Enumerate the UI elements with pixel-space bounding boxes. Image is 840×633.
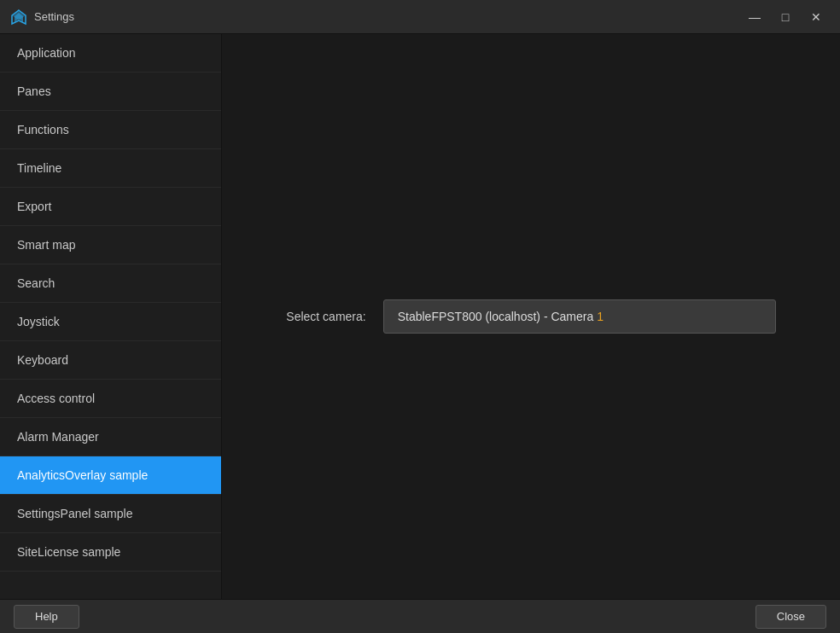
window-controls: — □ ✕ xyxy=(741,7,830,27)
sidebar-item-alarm-manager[interactable]: Alarm Manager xyxy=(0,418,221,456)
minimize-button[interactable]: — xyxy=(741,7,768,27)
camera-dropdown-text: StableFPST800 (localhost) - Camera 1 xyxy=(398,310,761,323)
sidebar-item-keyboard[interactable]: Keyboard xyxy=(0,341,221,380)
sidebar-item-application[interactable]: Application xyxy=(0,34,221,73)
sidebar-item-functions[interactable]: Functions xyxy=(0,111,221,149)
app-icon xyxy=(10,9,27,26)
sidebar-item-smart-map[interactable]: Smart map xyxy=(0,226,221,264)
window-title: Settings xyxy=(34,10,741,23)
camera-dropdown[interactable]: StableFPST800 (localhost) - Camera 1 xyxy=(383,299,776,334)
window-close-button[interactable]: ✕ xyxy=(802,7,830,27)
camera-value-highlight: 1 xyxy=(597,310,604,323)
camera-select-row: Select camera: StableFPST800 (localhost)… xyxy=(286,299,775,334)
sidebar-item-site-license[interactable]: SiteLicense sample xyxy=(0,533,221,572)
sidebar: ApplicationPanesFunctionsTimelineExportS… xyxy=(0,34,222,599)
sidebar-item-export[interactable]: Export xyxy=(0,188,221,226)
camera-value-prefix: StableFPST800 (localhost) - Camera xyxy=(398,310,597,323)
main-layout: ApplicationPanesFunctionsTimelineExportS… xyxy=(0,34,840,599)
footer: Help Close xyxy=(0,599,840,633)
sidebar-item-panes[interactable]: Panes xyxy=(0,73,221,111)
sidebar-item-settings-panel[interactable]: SettingsPanel sample xyxy=(0,495,221,533)
sidebar-item-analytics-overlay[interactable]: AnalyticsOverlay sample xyxy=(0,456,221,495)
svg-marker-2 xyxy=(12,10,26,20)
sidebar-item-search[interactable]: Search xyxy=(0,264,221,303)
content-area: Select camera: StableFPST800 (localhost)… xyxy=(222,34,840,599)
sidebar-item-timeline[interactable]: Timeline xyxy=(0,149,221,188)
titlebar: Settings — □ ✕ xyxy=(0,0,840,34)
sidebar-item-access-control[interactable]: Access control xyxy=(0,380,221,418)
close-button[interactable]: Close xyxy=(755,605,826,629)
maximize-button[interactable]: □ xyxy=(772,7,799,27)
camera-label: Select camera: xyxy=(286,310,365,323)
help-button[interactable]: Help xyxy=(14,605,79,629)
sidebar-item-joystick[interactable]: Joystick xyxy=(0,303,221,341)
